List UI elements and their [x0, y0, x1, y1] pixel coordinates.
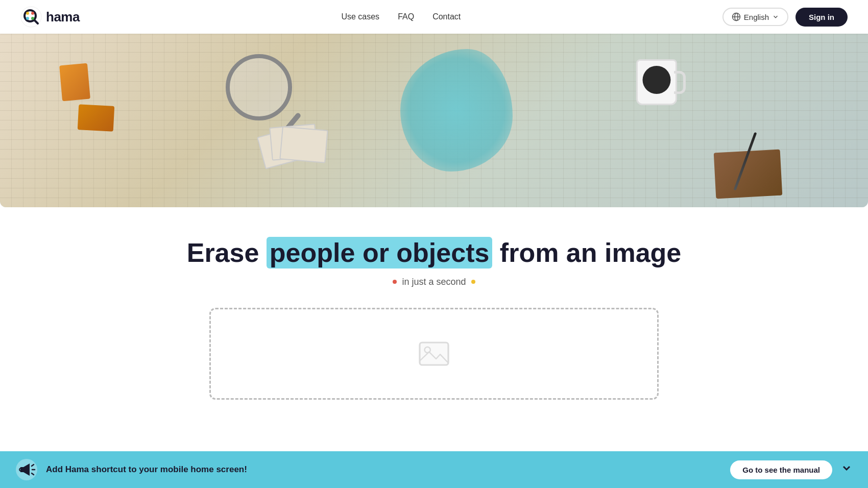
banner-right: Go to see the manual	[730, 460, 853, 461]
bottom-banner: Add Hama shortcut to your mobile home sc…	[0, 451, 868, 461]
signin-button[interactable]: Sign in	[795, 8, 848, 27]
navbar: hama Use cases FAQ Contact English Sign …	[0, 0, 868, 34]
hero-box2	[78, 104, 115, 132]
banner-left: Add Hama shortcut to your mobile home sc…	[15, 458, 247, 461]
upload-box[interactable]	[209, 308, 659, 400]
headline-highlight: people or objects	[267, 237, 493, 269]
svg-rect-10	[420, 343, 448, 365]
hero-mug	[636, 59, 677, 105]
hero-blob	[400, 49, 513, 172]
manual-button[interactable]: Go to see the manual	[730, 460, 832, 461]
logo-link[interactable]: hama	[20, 6, 80, 28]
hero-magnifier	[226, 54, 292, 120]
svg-point-3	[26, 12, 29, 15]
svg-point-5	[26, 17, 29, 20]
upload-placeholder	[397, 316, 471, 392]
headline-after: from an image	[500, 238, 681, 267]
nav-right: English Sign in	[722, 8, 848, 27]
svg-point-6	[31, 17, 34, 20]
dot-yellow	[471, 280, 475, 284]
subheadline-row: in just a second	[20, 277, 848, 287]
language-label: English	[744, 13, 769, 21]
headline: Erase people or objects from an image	[20, 238, 848, 269]
megaphone-icon	[15, 458, 38, 461]
nav-links: Use cases FAQ Contact	[341, 12, 461, 21]
dot-red	[393, 280, 397, 284]
globe-icon	[732, 12, 741, 21]
hero-photos	[260, 126, 332, 177]
main-content: Erase people or objects from an image in…	[0, 207, 868, 461]
chevron-down-icon	[772, 13, 779, 20]
nav-use-cases[interactable]: Use cases	[341, 12, 379, 21]
hero-image	[0, 34, 868, 207]
svg-point-12	[16, 459, 37, 461]
subheadline: in just a second	[402, 277, 466, 287]
logo-text: hama	[46, 9, 80, 25]
hero-box1	[59, 63, 90, 102]
nav-contact[interactable]: Contact	[432, 12, 461, 21]
hero-photo-3	[279, 126, 328, 163]
language-selector[interactable]: English	[722, 8, 788, 26]
upload-image-icon	[418, 336, 450, 371]
headline-before: Erase	[187, 238, 259, 267]
nav-faq[interactable]: FAQ	[398, 12, 414, 21]
svg-point-4	[31, 12, 34, 15]
logo-icon	[20, 6, 42, 28]
